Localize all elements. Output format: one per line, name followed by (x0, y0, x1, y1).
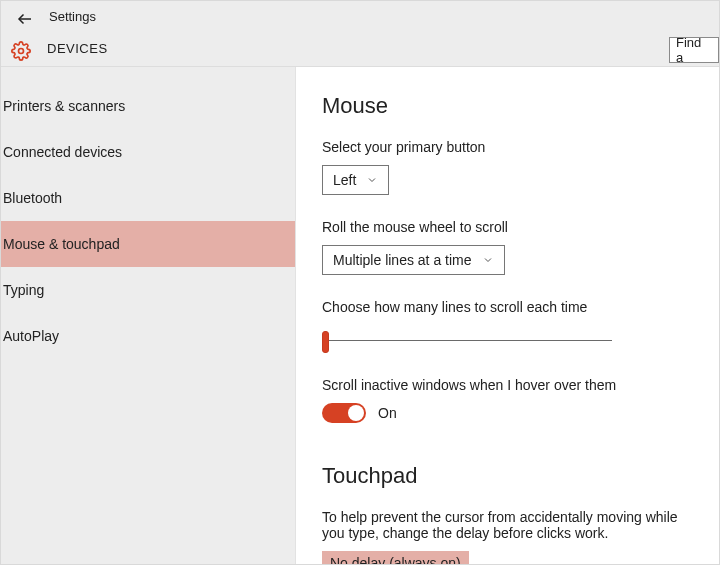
sidebar-item-label: Connected devices (3, 144, 122, 160)
app-title: Settings (49, 9, 96, 24)
sidebar-item-label: AutoPlay (3, 328, 59, 344)
wheel-select[interactable]: Multiple lines at a time (322, 245, 505, 275)
body: Printers & scanners Connected devices Bl… (1, 67, 719, 565)
sidebar-item-label: Mouse & touchpad (3, 236, 120, 252)
slider-thumb[interactable] (322, 331, 329, 353)
section-title: DEVICES (47, 41, 108, 56)
sidebar: Printers & scanners Connected devices Bl… (1, 67, 296, 565)
chevron-down-icon (366, 174, 378, 186)
content-pane: Mouse Select your primary button Left Ro… (296, 67, 719, 565)
touchpad-delay-select[interactable]: No delay (always on) (322, 551, 469, 565)
svg-point-1 (19, 49, 24, 54)
lines-label: Choose how many lines to scroll each tim… (322, 299, 719, 315)
primary-button-select[interactable]: Left (322, 165, 389, 195)
sidebar-item-label: Bluetooth (3, 190, 62, 206)
sidebar-item-label: Printers & scanners (3, 98, 125, 114)
search-value: Find a (676, 37, 712, 63)
primary-button-label: Select your primary button (322, 139, 719, 155)
touchpad-desc: To help prevent the cursor from accident… (322, 509, 702, 541)
sidebar-item-mouse[interactable]: Mouse & touchpad (1, 221, 295, 267)
touchpad-heading: Touchpad (322, 463, 719, 489)
sidebar-item-bluetooth[interactable]: Bluetooth (1, 175, 295, 221)
sidebar-item-autoplay[interactable]: AutoPlay (1, 313, 295, 359)
sidebar-item-printers[interactable]: Printers & scanners (1, 83, 295, 129)
inactive-label: Scroll inactive windows when I hover ove… (322, 377, 719, 393)
inactive-toggle[interactable] (322, 403, 366, 423)
slider-track (322, 340, 612, 341)
chevron-down-icon (482, 254, 494, 266)
primary-button-value: Left (333, 172, 356, 188)
toggle-knob (348, 405, 364, 421)
sidebar-item-connected[interactable]: Connected devices (1, 129, 295, 175)
lines-slider[interactable] (322, 325, 612, 357)
inactive-state: On (378, 405, 397, 421)
touchpad-delay-value: No delay (always on) (330, 555, 461, 565)
sidebar-item-typing[interactable]: Typing (1, 267, 295, 313)
wheel-value: Multiple lines at a time (333, 252, 472, 268)
mouse-heading: Mouse (322, 93, 719, 119)
back-button[interactable] (13, 7, 37, 31)
arrow-left-icon (16, 10, 34, 28)
gear-icon (9, 39, 33, 63)
sidebar-item-label: Typing (3, 282, 44, 298)
titlebar: Settings DEVICES Find a (1, 1, 719, 67)
search-input[interactable]: Find a (669, 37, 719, 63)
wheel-label: Roll the mouse wheel to scroll (322, 219, 719, 235)
